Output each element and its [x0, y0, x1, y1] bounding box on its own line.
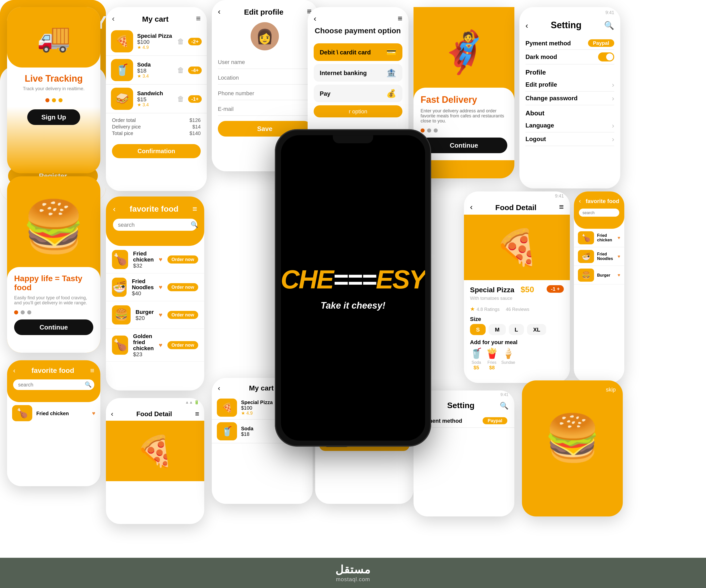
title-text: Choose payment option	[315, 26, 401, 35]
golden-chicken-image: 🍗	[112, 336, 128, 355]
back-icon[interactable]: ‹	[314, 14, 316, 23]
size-s[interactable]: S	[470, 324, 486, 335]
heart-icon[interactable]: ♥	[618, 254, 620, 259]
screen-title: favorite food	[586, 198, 619, 204]
food-price: $40	[132, 290, 154, 296]
payment-option-banking[interactable]: Internet banking 🏦	[314, 64, 402, 82]
order-total-label: Order total	[112, 117, 136, 123]
menu-icon[interactable]: ≡	[90, 366, 94, 374]
heart-icon[interactable]: ♥	[92, 410, 95, 416]
search-input[interactable]	[582, 210, 624, 215]
item-qty[interactable]: -4+	[188, 66, 202, 74]
heart-icon[interactable]: ♥	[159, 311, 162, 319]
dark-mode-toggle[interactable]	[598, 52, 614, 61]
payment-badge: Paypal	[588, 39, 615, 47]
food-item-fried-chicken: 🍗 Fried chicken $32 ♥ Order now	[106, 246, 204, 274]
screen-favorite-food: ‹ favorite food ≡ 🔍 🍗 Fried chicken $32 …	[106, 197, 204, 390]
chevron-right-icon: ›	[612, 121, 614, 129]
logout-row[interactable]: Logout ›	[525, 132, 614, 146]
heart-icon[interactable]: ♥	[618, 272, 620, 278]
food-name: Fried chicken	[597, 233, 615, 242]
back-icon[interactable]: ‹	[470, 203, 473, 212]
menu-icon[interactable]: ≡	[192, 205, 197, 214]
pay-icon: 💰	[386, 89, 396, 98]
chevron-right-icon: ›	[612, 81, 614, 89]
search-icon[interactable]: 🔍	[604, 20, 614, 30]
edit-profile-row[interactable]: Edit profile ›	[525, 78, 614, 92]
language-row[interactable]: Language ›	[525, 119, 614, 132]
search-icon[interactable]: 🔍	[500, 402, 508, 410]
size-xl[interactable]: XL	[527, 324, 546, 335]
signup-button[interactable]: Sign Up	[27, 109, 80, 125]
menu-icon[interactable]: ≡	[196, 14, 201, 23]
food-item-golden-chicken: 🍗 Golden fried chicken $23 ♥ Order now	[106, 329, 204, 362]
screen-body: Live Tracking Track your delivery in rea…	[7, 68, 100, 131]
profile-form	[212, 55, 318, 116]
dot-1	[14, 310, 18, 314]
option-label: Pay	[320, 90, 330, 97]
phone-notch	[333, 135, 373, 143]
payment-option-card[interactable]: Debit \ cardit card 💳	[314, 43, 402, 61]
back-icon[interactable]: ‹	[525, 21, 528, 30]
heart-icon[interactable]: ♥	[159, 256, 162, 263]
phone-input[interactable]	[218, 87, 312, 100]
food-name: Special Pizza	[470, 286, 514, 294]
payment-option-pay[interactable]: Pay 💰	[314, 85, 402, 102]
item-stars: ★ 4.9	[137, 45, 173, 50]
order-button[interactable]: Order now	[167, 255, 198, 263]
heart-icon[interactable]: ♥	[159, 342, 162, 349]
payment-header: ‹ ≡	[308, 7, 408, 26]
delete-icon[interactable]: 🗑	[177, 37, 184, 45]
order-button[interactable]: Order now	[167, 311, 198, 319]
heart-icon[interactable]: ♥	[159, 284, 162, 291]
size-l[interactable]: L	[509, 324, 524, 335]
order-button[interactable]: Order now	[167, 341, 198, 349]
search-input[interactable]	[18, 382, 82, 387]
location-input[interactable]	[218, 71, 312, 85]
burger-image: 🍔	[578, 268, 594, 282]
cheesy-logo-center: CHE===ESY	[281, 264, 425, 294]
back-icon[interactable]: ‹	[113, 205, 116, 214]
menu-icon[interactable]: ≡	[398, 14, 402, 23]
menu-icon[interactable]: ≡	[195, 410, 199, 418]
delete-icon[interactable]: 🗑	[177, 95, 184, 103]
order-total-row: Order total $126	[112, 117, 201, 123]
item-qty[interactable]: -1+	[188, 95, 202, 102]
change-password-row[interactable]: Change password ›	[525, 92, 614, 105]
food-info: Fried Noodles	[597, 252, 615, 261]
screen-title: favorite food	[32, 366, 74, 374]
delete-icon[interactable]: 🗑	[177, 66, 184, 74]
food-info: Fried chicken	[36, 410, 88, 416]
menu-icon[interactable]: ≡	[559, 203, 564, 212]
order-button[interactable]: Order now	[167, 283, 198, 291]
search-input[interactable]	[118, 222, 188, 228]
food-item-chicken: 🍗 Fried chicken ♥	[574, 229, 624, 247]
back-icon[interactable]: ‹	[112, 14, 115, 23]
back-icon[interactable]: ‹	[13, 366, 15, 374]
continue-button[interactable]: Continue	[421, 137, 507, 153]
item-name: Sandwich	[137, 90, 173, 96]
qty-badge[interactable]: -1 +	[547, 285, 564, 293]
back-icon[interactable]: ‹	[111, 410, 113, 418]
pizza-image: 🍕	[106, 421, 204, 481]
back-icon[interactable]: ‹	[579, 198, 581, 205]
footer-logo: مستقل	[336, 563, 371, 576]
card-icon: 💳	[386, 47, 396, 57]
item-qty[interactable]: -2+	[188, 38, 202, 45]
heart-icon[interactable]: ♥	[618, 235, 620, 240]
item-info: Special Pizza $100 ★ 4.9	[137, 33, 173, 50]
back-icon[interactable]: ‹	[218, 7, 221, 16]
username-input[interactable]	[218, 55, 312, 69]
confirm-button[interactable]: Confirmation	[112, 144, 201, 158]
skip-button[interactable]: skip	[522, 380, 623, 392]
choose-button[interactable]: r option	[314, 105, 402, 117]
truck-icon: 🚚	[37, 22, 71, 53]
continue-button[interactable]: Continue	[14, 320, 93, 335]
delivery-value: $14	[192, 124, 201, 129]
center-phone: CHE===ESY Take it cheesy!	[275, 129, 431, 447]
profile-title: Edit profile	[244, 7, 284, 16]
sandwich-icon: 🥪	[111, 88, 133, 110]
email-input[interactable]	[218, 102, 312, 116]
size-m[interactable]: M	[489, 324, 506, 335]
back-icon[interactable]: ‹	[218, 384, 220, 392]
